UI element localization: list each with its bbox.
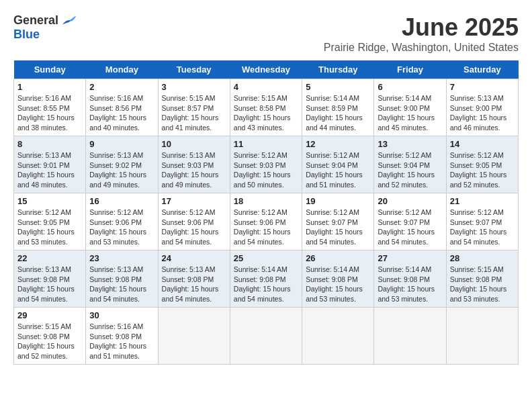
day-number: 14 <box>450 139 515 149</box>
calendar-week-row: 1Sunrise: 5:16 AMSunset: 8:55 PMDaylight… <box>14 79 519 136</box>
calendar-cell: 25Sunrise: 5:14 AMSunset: 9:08 PMDayligh… <box>230 250 302 308</box>
calendar-cell: 26Sunrise: 5:14 AMSunset: 9:08 PMDayligh… <box>302 250 374 308</box>
day-number: 19 <box>306 196 370 206</box>
day-info: Sunrise: 5:13 AMSunset: 9:01 PMDaylight:… <box>17 150 82 190</box>
day-info: Sunrise: 5:12 AMSunset: 9:07 PMDaylight:… <box>378 208 442 247</box>
day-number: 27 <box>378 253 442 263</box>
header-saturday: Saturday <box>446 60 518 79</box>
day-number: 12 <box>306 139 370 149</box>
header-friday: Friday <box>374 60 446 79</box>
day-number: 22 <box>17 253 82 263</box>
day-info: Sunrise: 5:12 AMSunset: 9:04 PMDaylight:… <box>306 150 370 190</box>
day-info: Sunrise: 5:12 AMSunset: 9:06 PMDaylight:… <box>89 208 154 247</box>
calendar-cell: 23Sunrise: 5:13 AMSunset: 9:08 PMDayligh… <box>86 250 158 308</box>
calendar-cell: 18Sunrise: 5:12 AMSunset: 9:06 PMDayligh… <box>230 193 302 250</box>
day-number: 3 <box>162 82 226 92</box>
day-info: Sunrise: 5:14 AMSunset: 9:00 PMDaylight:… <box>378 93 442 133</box>
day-info: Sunrise: 5:14 AMSunset: 9:08 PMDaylight:… <box>234 265 298 304</box>
day-info: Sunrise: 5:14 AMSunset: 9:08 PMDaylight:… <box>378 265 442 304</box>
day-info: Sunrise: 5:13 AMSunset: 9:08 PMDaylight:… <box>17 265 82 304</box>
calendar-cell <box>446 308 518 365</box>
day-number: 2 <box>89 82 154 92</box>
calendar-subtitle: Prairie Ridge, Washington, United States <box>324 42 519 54</box>
day-info: Sunrise: 5:13 AMSunset: 9:02 PMDaylight:… <box>89 150 154 190</box>
calendar-cell <box>302 308 374 365</box>
day-number: 13 <box>378 139 442 149</box>
day-info: Sunrise: 5:12 AMSunset: 9:04 PMDaylight:… <box>378 150 442 190</box>
calendar-cell <box>374 308 446 365</box>
day-info: Sunrise: 5:13 AMSunset: 9:08 PMDaylight:… <box>162 265 226 304</box>
day-number: 17 <box>162 196 226 206</box>
calendar-week-row: 29Sunrise: 5:15 AMSunset: 9:08 PMDayligh… <box>14 308 519 365</box>
calendar-cell <box>230 308 302 365</box>
calendar-cell: 16Sunrise: 5:12 AMSunset: 9:06 PMDayligh… <box>86 193 158 250</box>
calendar-cell: 11Sunrise: 5:12 AMSunset: 9:03 PMDayligh… <box>230 136 302 193</box>
calendar-cell: 14Sunrise: 5:12 AMSunset: 9:05 PMDayligh… <box>446 136 518 193</box>
day-info: Sunrise: 5:13 AMSunset: 9:08 PMDaylight:… <box>89 265 154 304</box>
day-number: 6 <box>378 82 442 92</box>
calendar-cell: 24Sunrise: 5:13 AMSunset: 9:08 PMDayligh… <box>158 250 230 308</box>
calendar-title: June 2025 <box>324 13 519 42</box>
calendar-cell: 15Sunrise: 5:12 AMSunset: 9:05 PMDayligh… <box>14 193 86 250</box>
calendar-cell: 29Sunrise: 5:15 AMSunset: 9:08 PMDayligh… <box>14 308 86 365</box>
day-number: 7 <box>450 82 515 92</box>
day-number: 1 <box>17 82 82 92</box>
day-info: Sunrise: 5:12 AMSunset: 9:06 PMDaylight:… <box>234 208 298 247</box>
calendar-cell: 4Sunrise: 5:15 AMSunset: 8:58 PMDaylight… <box>230 79 302 136</box>
day-number: 25 <box>234 253 298 263</box>
header-tuesday: Tuesday <box>158 60 230 79</box>
day-number: 28 <box>450 253 515 263</box>
calendar-cell: 27Sunrise: 5:14 AMSunset: 9:08 PMDayligh… <box>374 250 446 308</box>
day-info: Sunrise: 5:15 AMSunset: 9:08 PMDaylight:… <box>450 265 515 304</box>
calendar-cell: 20Sunrise: 5:12 AMSunset: 9:07 PMDayligh… <box>374 193 446 250</box>
calendar-cell: 2Sunrise: 5:16 AMSunset: 8:56 PMDaylight… <box>86 79 158 136</box>
day-number: 15 <box>17 196 82 206</box>
day-number: 16 <box>89 196 154 206</box>
day-number: 8 <box>17 139 82 149</box>
day-info: Sunrise: 5:16 AMSunset: 8:56 PMDaylight:… <box>89 93 154 133</box>
calendar-cell: 6Sunrise: 5:14 AMSunset: 9:00 PMDaylight… <box>374 79 446 136</box>
calendar-week-row: 15Sunrise: 5:12 AMSunset: 9:05 PMDayligh… <box>14 193 519 250</box>
header-thursday: Thursday <box>302 60 374 79</box>
calendar-cell: 21Sunrise: 5:12 AMSunset: 9:07 PMDayligh… <box>446 193 518 250</box>
day-number: 21 <box>450 196 515 206</box>
calendar-cell: 12Sunrise: 5:12 AMSunset: 9:04 PMDayligh… <box>302 136 374 193</box>
logo-blue-text: Blue <box>13 28 40 42</box>
calendar-cell: 7Sunrise: 5:13 AMSunset: 9:00 PMDaylight… <box>446 79 518 136</box>
calendar-week-row: 8Sunrise: 5:13 AMSunset: 9:01 PMDaylight… <box>14 136 519 193</box>
calendar-cell: 10Sunrise: 5:13 AMSunset: 9:03 PMDayligh… <box>158 136 230 193</box>
day-info: Sunrise: 5:14 AMSunset: 8:59 PMDaylight:… <box>306 93 370 133</box>
day-number: 23 <box>89 253 154 263</box>
logo: General Blue <box>13 13 76 42</box>
day-info: Sunrise: 5:15 AMSunset: 9:08 PMDaylight:… <box>17 322 82 361</box>
day-info: Sunrise: 5:13 AMSunset: 9:03 PMDaylight:… <box>162 150 226 190</box>
calendar-cell: 30Sunrise: 5:16 AMSunset: 9:08 PMDayligh… <box>86 308 158 365</box>
calendar-cell: 17Sunrise: 5:12 AMSunset: 9:06 PMDayligh… <box>158 193 230 250</box>
header-sunday: Sunday <box>14 60 86 79</box>
day-number: 30 <box>89 310 154 320</box>
calendar-cell: 1Sunrise: 5:16 AMSunset: 8:55 PMDaylight… <box>14 79 86 136</box>
day-number: 11 <box>234 139 298 149</box>
title-area: June 2025 Prairie Ridge, Washington, Uni… <box>324 13 519 54</box>
day-number: 9 <box>89 139 154 149</box>
day-info: Sunrise: 5:12 AMSunset: 9:05 PMDaylight:… <box>450 150 515 190</box>
day-number: 18 <box>234 196 298 206</box>
day-info: Sunrise: 5:12 AMSunset: 9:05 PMDaylight:… <box>17 208 82 247</box>
calendar-cell <box>158 308 230 365</box>
calendar-cell: 3Sunrise: 5:15 AMSunset: 8:57 PMDaylight… <box>158 79 230 136</box>
day-number: 24 <box>162 253 226 263</box>
calendar-cell: 8Sunrise: 5:13 AMSunset: 9:01 PMDaylight… <box>14 136 86 193</box>
day-info: Sunrise: 5:15 AMSunset: 8:58 PMDaylight:… <box>234 93 298 133</box>
day-number: 10 <box>162 139 226 149</box>
calendar-cell: 13Sunrise: 5:12 AMSunset: 9:04 PMDayligh… <box>374 136 446 193</box>
calendar-cell: 19Sunrise: 5:12 AMSunset: 9:07 PMDayligh… <box>302 193 374 250</box>
header: General Blue June 2025 Prairie Ridge, Wa… <box>13 13 519 54</box>
calendar-cell: 9Sunrise: 5:13 AMSunset: 9:02 PMDaylight… <box>86 136 158 193</box>
header-wednesday: Wednesday <box>230 60 302 79</box>
logo-bird-icon <box>60 15 76 27</box>
day-info: Sunrise: 5:12 AMSunset: 9:06 PMDaylight:… <box>162 208 226 247</box>
day-info: Sunrise: 5:16 AMSunset: 9:08 PMDaylight:… <box>89 322 154 361</box>
calendar-cell: 22Sunrise: 5:13 AMSunset: 9:08 PMDayligh… <box>14 250 86 308</box>
day-number: 29 <box>17 310 82 320</box>
calendar-header-row: SundayMondayTuesdayWednesdayThursdayFrid… <box>14 60 519 79</box>
